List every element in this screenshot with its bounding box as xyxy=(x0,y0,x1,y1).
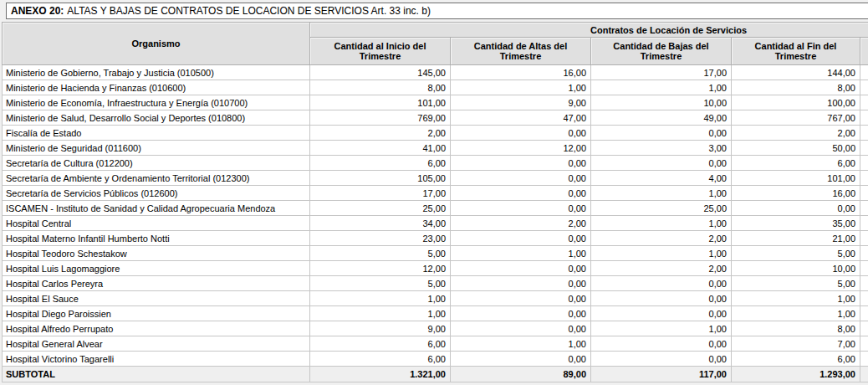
altas-cell: 0,00 xyxy=(451,261,591,276)
altas-cell: 16,00 xyxy=(451,65,591,80)
bajas-cell: 0,00 xyxy=(591,291,732,306)
bajas-cell: 0,00 xyxy=(591,126,732,141)
overflow-cell xyxy=(860,276,868,291)
inicio-cell: 105,00 xyxy=(310,171,451,186)
overflow-cell xyxy=(860,261,868,276)
altas-cell: 12,00 xyxy=(451,141,591,156)
bajas-cell: 10,00 xyxy=(591,95,732,110)
inicio-cell: 6,00 xyxy=(310,336,451,352)
inicio-cell: 9,00 xyxy=(310,321,451,336)
organismo-cell: Hospital El Sauce xyxy=(3,291,310,306)
table-row: Hospital Teodoro Schestakow 5,00 1,00 1,… xyxy=(3,246,868,261)
altas-cell: 0,00 xyxy=(451,156,591,171)
table-row: Ministerio de Salud, Desarrollo Social y… xyxy=(3,110,868,126)
table-row: Ministerio de Gobierno, Trabajo y Justic… xyxy=(3,65,868,80)
overflow-cell xyxy=(860,80,868,95)
table-row: Hospital Carlos Pereyra 5,00 0,00 0,00 5… xyxy=(3,276,868,291)
organismo-cell: Hospital Alfredo Perrupato xyxy=(3,321,310,336)
organismo-cell: Ministerio de Hacienda y Finanzas (01060… xyxy=(3,80,310,95)
altas-cell: 2,00 xyxy=(451,216,591,231)
bajas-cell: 2,00 xyxy=(591,261,732,276)
bajas-cell: 25,00 xyxy=(591,201,732,216)
organismo-cell: Secretaría de Ambiente y Ordenamiento Te… xyxy=(3,171,310,186)
inicio-cell: 41,00 xyxy=(310,141,451,156)
bajas-cell: 0,00 xyxy=(591,306,732,321)
inicio-cell: 6,00 xyxy=(310,156,451,171)
overflow-cell xyxy=(860,291,868,306)
subtotal-bajas: 117,00 xyxy=(591,367,732,382)
column-header-fin: Cantidad al Fin del Trimestre xyxy=(732,38,860,65)
altas-cell: 0,00 xyxy=(451,201,591,216)
overflow-cell xyxy=(860,321,868,336)
fin-cell: 21,00 xyxy=(732,231,860,246)
fin-cell: 101,00 xyxy=(732,171,860,186)
fin-cell: 5,00 xyxy=(732,246,860,261)
overflow-cell xyxy=(860,141,868,156)
fin-cell: 2,00 xyxy=(732,126,860,141)
report-grid: Organismo Contratos de Locación de Servi… xyxy=(2,22,868,382)
column-header-overflow xyxy=(860,38,868,65)
fin-cell: 6,00 xyxy=(732,156,860,171)
altas-cell: 1,00 xyxy=(451,246,591,261)
organismo-cell: ISCAMEN - Instituto de Sanidad y Calidad… xyxy=(3,201,310,216)
fin-cell: 8,00 xyxy=(732,80,860,95)
fin-cell: 35,00 xyxy=(732,216,860,231)
inicio-cell: 12,00 xyxy=(310,261,451,276)
bajas-cell: 1,00 xyxy=(591,216,732,231)
subtotal-altas: 89,00 xyxy=(451,367,591,382)
overflow-cell xyxy=(860,231,868,246)
table-row: Hospital Alfredo Perrupato 9,00 0,00 1,0… xyxy=(3,321,868,336)
overflow-cell xyxy=(860,110,868,126)
altas-cell: 9,00 xyxy=(451,95,591,110)
subtotal-fin: 1.293,00 xyxy=(732,367,860,382)
overflow-cell xyxy=(860,156,868,171)
overflow-cell xyxy=(860,65,868,80)
fin-cell: 1,00 xyxy=(732,291,860,306)
bajas-cell: 0,00 xyxy=(591,352,732,367)
organismo-cell: Hospital Luis Lagomaggiore xyxy=(3,261,310,276)
fin-cell: 1,00 xyxy=(732,306,860,321)
altas-cell: 0,00 xyxy=(451,321,591,336)
table-row: ISCAMEN - Instituto de Sanidad y Calidad… xyxy=(3,201,868,216)
column-header-altas: Cantidad de Altas del Trimestre xyxy=(451,38,591,65)
overflow-cell xyxy=(860,216,868,231)
table-row: Fiscalía de Estado 2,00 0,00 0,00 2,00 xyxy=(3,126,868,141)
inicio-cell: 6,00 xyxy=(310,352,451,367)
table-row: Ministerio de Economía, Infraestructura … xyxy=(3,95,868,110)
inicio-cell: 5,00 xyxy=(310,246,451,261)
organismo-cell: Hospital Carlos Pereyra xyxy=(3,276,310,291)
table-row: Hospital General Alvear 6,00 1,00 0,00 7… xyxy=(3,336,868,352)
table-row: Secretaría de Ambiente y Ordenamiento Te… xyxy=(3,171,868,186)
table-row: Ministerio de Hacienda y Finanzas (01060… xyxy=(3,80,868,95)
fin-cell: 0,00 xyxy=(732,201,860,216)
overflow-cell xyxy=(860,336,868,352)
bajas-cell: 0,00 xyxy=(591,276,732,291)
altas-cell: 47,00 xyxy=(451,110,591,126)
organismo-cell: Hospital Central xyxy=(3,216,310,231)
altas-cell: 0,00 xyxy=(451,352,591,367)
bajas-cell: 1,00 xyxy=(591,80,732,95)
fin-cell: 7,00 xyxy=(732,336,860,352)
bajas-cell: 1,00 xyxy=(591,321,732,336)
fin-cell: 144,00 xyxy=(732,65,860,80)
inicio-cell: 1,00 xyxy=(310,291,451,306)
overflow-cell xyxy=(860,201,868,216)
inicio-cell: 145,00 xyxy=(310,65,451,80)
fin-cell: 10,00 xyxy=(732,261,860,276)
bajas-cell: 0,00 xyxy=(591,156,732,171)
column-header-organismo: Organismo xyxy=(3,23,310,65)
inicio-cell: 769,00 xyxy=(310,110,451,126)
overflow-cell xyxy=(860,246,868,261)
table-row: Hospital Central 34,00 2,00 1,00 35,00 xyxy=(3,216,868,231)
table-body: Ministerio de Gobierno, Trabajo y Justic… xyxy=(3,65,868,367)
overflow-cell xyxy=(860,352,868,367)
altas-cell: 0,00 xyxy=(451,276,591,291)
overflow-cell xyxy=(860,306,868,321)
fin-cell: 767,00 xyxy=(732,110,860,126)
inicio-cell: 17,00 xyxy=(310,186,451,201)
fin-cell: 5,00 xyxy=(732,276,860,291)
subtotal-label: SUBTOTAL xyxy=(3,367,310,382)
fin-cell: 16,00 xyxy=(732,186,860,201)
bajas-cell: 3,00 xyxy=(591,141,732,156)
fin-cell: 6,00 xyxy=(732,352,860,367)
